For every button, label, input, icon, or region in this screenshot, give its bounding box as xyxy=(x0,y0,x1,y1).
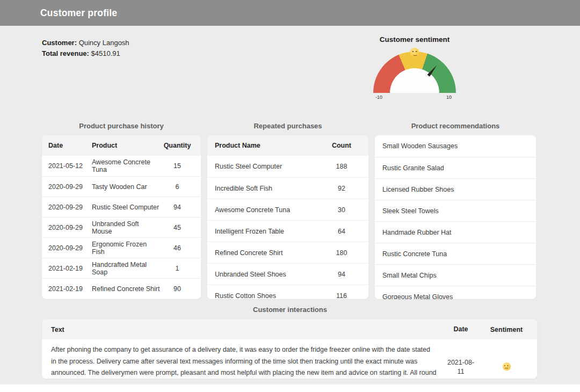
cell-product: Ergonomic Frozen Fish xyxy=(92,241,160,256)
cell-count: 180 xyxy=(322,249,361,257)
recommendation-name: Small Wooden Sausages xyxy=(382,142,528,150)
cell-product-name: Rustic Steel Computer xyxy=(215,163,322,170)
list-item: Rustic Concrete Tuna xyxy=(375,243,536,264)
table-row: Rustic Cotton Shoes 116 xyxy=(207,285,368,299)
table-row: 2020-09-29 Unbranded Soft Mouse 45 xyxy=(42,217,201,237)
cell-count: 30 xyxy=(322,206,361,214)
cell-product-name: Rustic Cotton Shoes xyxy=(215,292,322,300)
bottom-strip xyxy=(0,384,580,392)
table-row: Unbranded Steel Shoes 94 xyxy=(207,263,368,285)
cell-quantity: 1 xyxy=(160,265,194,272)
cell-product-name: Awesome Concrete Tuna xyxy=(215,206,322,214)
cell-product: Handcrafted Metal Soap xyxy=(92,261,160,276)
list-item: Sleek Steel Towels xyxy=(375,200,536,221)
list-item: Small Metal Chips xyxy=(375,264,536,286)
interaction-date: 2021-08-11 xyxy=(445,358,476,376)
cell-product: Rustic Steel Computer xyxy=(92,204,160,211)
recommendation-name: Gorgeous Metal Gloves xyxy=(382,293,528,300)
table-row: Rustic Steel Computer 188 xyxy=(207,156,368,177)
list-item: Rustic Granite Salad xyxy=(375,157,536,178)
cell-count: 94 xyxy=(322,271,361,278)
table-row: Intelligent Frozen Table 64 xyxy=(207,220,368,242)
table-row: 2020-09-29 Tasty Wooden Car 6 xyxy=(42,176,201,197)
table-row: Awesome Concrete Tuna 30 xyxy=(207,199,368,220)
cell-date: 2021-05-12 xyxy=(48,162,92,170)
recommendation-name: Licensed Rubber Shoes xyxy=(382,186,528,193)
purchase-history-header-row: Date Product Quantity xyxy=(42,135,201,156)
list-item: Licensed Rubber Shoes xyxy=(375,178,536,200)
interaction-row: After phoning the company to get assuran… xyxy=(42,339,537,379)
interaction-sentiment xyxy=(485,362,528,372)
cell-product-name: Refined Concrete Shirt xyxy=(215,249,322,257)
customer-info: Customer: Quincy Langosh Total revenue: … xyxy=(42,38,129,59)
cell-product: Refined Concrete Shirt xyxy=(92,285,160,293)
cell-quantity: 45 xyxy=(160,224,194,231)
total-revenue-label: Total revenue: xyxy=(42,49,89,57)
header-bar: Customer profile xyxy=(0,0,580,26)
slightly-smiling-face-icon xyxy=(410,48,419,57)
sentiment-gauge-title: Customer sentiment xyxy=(373,35,456,43)
total-revenue-value: $4510.91 xyxy=(91,49,120,57)
repeated-purchases-body: Rustic Steel Computer 188 Incredible Sof… xyxy=(207,156,368,299)
recommendation-name: Small Metal Chips xyxy=(382,272,528,279)
customer-name: Quincy Langosh xyxy=(79,39,129,47)
recommendations-title: Product recommendations xyxy=(375,122,536,130)
interactions-header-row: Text Date Sentiment xyxy=(42,320,537,339)
table-row: 2021-02-19 Handcrafted Metal Soap 1 xyxy=(42,258,201,278)
neutral-face-icon xyxy=(503,362,511,371)
cell-date: 2020-09-29 xyxy=(48,204,92,211)
repeated-purchases-table[interactable]: Product Name Count Rustic Steel Computer… xyxy=(207,135,368,299)
cell-count: 64 xyxy=(322,228,361,235)
column-header-count: Count xyxy=(322,142,361,149)
column-header-date: Date xyxy=(445,325,476,334)
recommendation-name: Rustic Granite Salad xyxy=(382,164,528,172)
customer-label: Customer: xyxy=(42,39,77,47)
list-item: Handmade Rubber Hat xyxy=(375,221,536,243)
recommendation-name: Handmade Rubber Hat xyxy=(382,229,528,236)
cell-product-name: Intelligent Frozen Table xyxy=(215,228,322,235)
table-row: Refined Concrete Shirt 180 xyxy=(207,242,368,263)
list-item: Small Wooden Sausages xyxy=(375,135,536,157)
cell-quantity: 90 xyxy=(160,285,194,293)
cell-quantity: 94 xyxy=(160,204,194,211)
cell-date: 2020-09-29 xyxy=(48,244,92,252)
table-row: 2021-02-19 Refined Concrete Shirt 90 xyxy=(42,278,201,299)
cell-count: 92 xyxy=(322,185,361,192)
cell-product-name: Unbranded Steel Shoes xyxy=(215,271,322,278)
recommendations-list[interactable]: Small Wooden Sausages Rustic Granite Sal… xyxy=(375,135,536,299)
purchase-history-body: 2021-05-12 Awesome Concrete Tuna 15 2020… xyxy=(42,156,201,299)
cell-count: 188 xyxy=(322,163,361,170)
interactions-table[interactable]: Text Date Sentiment After phoning the co… xyxy=(42,320,537,379)
interaction-text: After phoning the company to get assuran… xyxy=(51,344,437,379)
table-row: 2020-09-29 Rustic Steel Computer 94 xyxy=(42,197,201,217)
cell-date: 2020-09-29 xyxy=(48,224,92,231)
gauge-min-label: -10 xyxy=(375,95,382,100)
repeated-purchases-header-row: Product Name Count xyxy=(207,135,368,156)
purchase-history-title: Product purchase history xyxy=(42,122,201,130)
cell-date: 2020-09-29 xyxy=(48,183,92,191)
table-row: 2021-05-12 Awesome Concrete Tuna 15 xyxy=(42,156,201,176)
recommendation-name: Rustic Concrete Tuna xyxy=(382,250,528,258)
cell-quantity: 15 xyxy=(160,162,194,170)
page-title: Customer profile xyxy=(40,8,117,19)
table-row: 2020-09-29 Ergonomic Frozen Fish 46 xyxy=(42,237,201,258)
gauge-max-label: 10 xyxy=(446,95,452,100)
cell-date: 2021-02-19 xyxy=(48,265,92,272)
cell-date: 2021-02-19 xyxy=(48,285,92,293)
interactions-title: Customer interactions xyxy=(0,306,580,314)
column-header-quantity: Quantity xyxy=(160,142,194,149)
cell-product: Awesome Concrete Tuna xyxy=(92,158,160,173)
cell-quantity: 6 xyxy=(160,183,194,191)
repeated-purchases-title: Repeated purchases xyxy=(207,122,368,130)
recommendations-body: Small Wooden Sausages Rustic Granite Sal… xyxy=(375,135,536,299)
column-header-product: Product xyxy=(92,142,160,149)
customer-name-line: Customer: Quincy Langosh xyxy=(42,38,129,48)
recommendation-name: Sleek Steel Towels xyxy=(382,207,528,215)
cell-product-name: Incredible Soft Fish xyxy=(215,185,322,192)
sentiment-gauge-arc xyxy=(373,52,456,93)
total-revenue-line: Total revenue: $4510.91 xyxy=(42,48,129,59)
column-header-sentiment: Sentiment xyxy=(485,326,528,333)
cell-product: Unbranded Soft Mouse xyxy=(92,220,160,235)
column-header-date: Date xyxy=(48,142,92,149)
purchase-history-table[interactable]: Date Product Quantity 2021-05-12 Awesome… xyxy=(42,135,201,299)
